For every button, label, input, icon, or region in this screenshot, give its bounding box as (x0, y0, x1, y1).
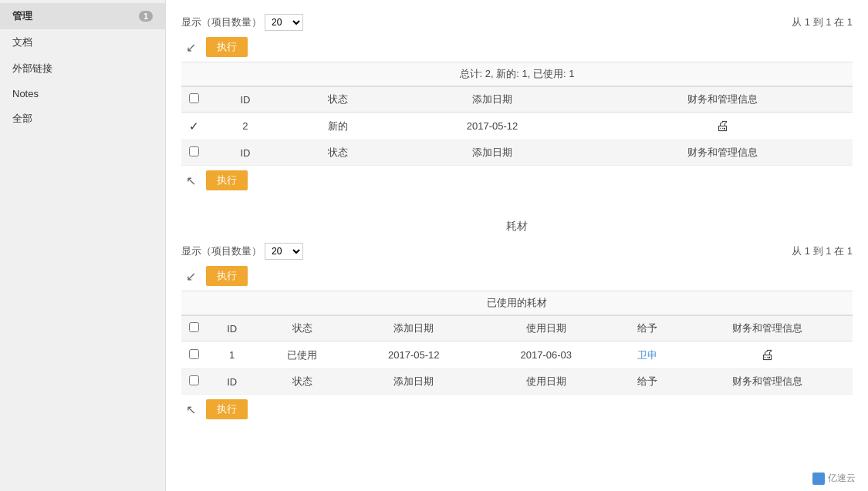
sidebar-item-waibulj[interactable]: 外部链接 (0, 55, 165, 82)
footer-finance: 财务和管理信息 (593, 140, 853, 166)
execute-button-bottom-s1[interactable]: 执行 (206, 170, 248, 190)
t2-row-id: 1 (207, 341, 257, 369)
display-label-s2: 显示（项目数量） (181, 244, 262, 258)
t2-col-checkbox (181, 316, 207, 341)
table-footer-row: ID 状态 添加日期 财务和管理信息 (181, 140, 853, 166)
t2-footer-finance: 财务和管理信息 (683, 369, 853, 395)
footer-checkbox-cell (181, 140, 207, 166)
t2-footer-given: 给予 (613, 369, 683, 395)
finance-icon-2[interactable]: 🖨 (761, 347, 775, 362)
t2-col-add-date: 添加日期 (347, 316, 480, 341)
row-finance[interactable]: 🖨 (593, 113, 853, 140)
table-2: ID 状态 添加日期 使用日期 给予 财务和管理信息 1 已使用 2017-05… (181, 315, 853, 395)
execute-button-top[interactable]: 执行 (206, 37, 248, 57)
sidebar-item-label: 外部链接 (12, 62, 52, 76)
t2-col-finance: 财务和管理信息 (683, 316, 853, 341)
display-select[interactable]: 20 50 100 (265, 14, 303, 31)
finance-icon[interactable]: 🖨 (716, 118, 730, 133)
table-header-row: ID 状态 添加日期 财务和管理信息 (181, 87, 853, 113)
section-1: 显示（项目数量） 20 50 100 从 1 到 1 在 1 ↙ 执行 总计: … (166, 0, 868, 203)
table-1: ID 状态 添加日期 财务和管理信息 ✓ 2 新的 2017-05-12 🖨 (181, 86, 853, 166)
table2-row: 1 已使用 2017-05-12 2017-06-03 卫申 🖨 (181, 341, 853, 369)
display-controls-s2: 显示（项目数量） 20 50 100 (181, 243, 303, 260)
footer-status: 状态 (284, 140, 391, 166)
t2-row-status: 已使用 (257, 341, 347, 369)
t2-footer-checkbox-cell (181, 369, 207, 395)
table-row: ✓ 2 新的 2017-05-12 🖨 (181, 113, 853, 140)
sidebar-item-guanli[interactable]: 管理 1 (0, 3, 165, 29)
footer-brand: 亿速云 (812, 472, 856, 485)
t2-row-checkbox-cell (181, 341, 207, 369)
t2-select-all[interactable] (189, 322, 199, 332)
arrow-up-icon-s2: ↖ (181, 402, 200, 417)
t2-row-finance[interactable]: 🖨 (683, 341, 853, 369)
t2-footer-checkbox[interactable] (189, 375, 199, 385)
t2-row-checkbox[interactable] (189, 349, 199, 359)
section-title-consumables: 耗材 (181, 210, 853, 237)
row-checkbox-cell: ✓ (181, 113, 207, 140)
col-finance: 财务和管理信息 (593, 87, 853, 113)
brand-name: 亿速云 (828, 472, 856, 485)
brand-logo-icon (812, 473, 825, 485)
page-info-top: 从 1 到 1 在 1 (792, 15, 853, 29)
main-content: 显示（项目数量） 20 50 100 从 1 到 1 在 1 ↙ 执行 总计: … (166, 0, 868, 491)
sidebar-item-label: 全部 (12, 112, 32, 126)
action-row-top: ↙ 执行 (181, 37, 853, 57)
sidebar: 管理 1 文档 外部链接 Notes 全部 (0, 0, 166, 491)
sidebar-item-notes[interactable]: Notes (0, 82, 165, 106)
display-select-s2[interactable]: 20 50 100 (265, 243, 303, 260)
sidebar-item-label: 文档 (12, 35, 32, 49)
display-controls: 显示（项目数量） 20 50 100 (181, 14, 303, 31)
sidebar-badge: 1 (139, 11, 153, 22)
row-add-date: 2017-05-12 (391, 113, 593, 140)
footer-checkbox[interactable] (189, 146, 199, 156)
execute-button-bottom-s2[interactable]: 执行 (206, 399, 248, 419)
action-row-bottom-s1: ↖ 执行 (181, 170, 853, 190)
t2-col-given: 给予 (613, 316, 683, 341)
row-status: 新的 (284, 113, 391, 140)
t2-footer-id: ID (207, 369, 257, 395)
display-label: 显示（项目数量） (181, 15, 262, 29)
arrow-down-icon: ↙ (181, 40, 200, 55)
sidebar-item-quanbu[interactable]: 全部 (0, 106, 165, 132)
arrow-up-icon: ↖ (181, 173, 200, 188)
sidebar-item-label: 管理 (12, 9, 32, 23)
execute-button-top-s2[interactable]: 执行 (206, 266, 248, 286)
sidebar-item-wendang[interactable]: 文档 (0, 29, 165, 55)
footer-add-date: 添加日期 (391, 140, 593, 166)
page-info-s2: 从 1 到 1 在 1 (792, 244, 853, 258)
col-status: 状态 (284, 87, 391, 113)
t2-col-status: 状态 (257, 316, 347, 341)
t2-col-id: ID (207, 316, 257, 341)
t2-row-add-date: 2017-05-12 (347, 341, 480, 369)
display-row-top: 显示（项目数量） 20 50 100 从 1 到 1 在 1 (181, 14, 853, 31)
sidebar-item-label: Notes (12, 88, 39, 99)
t2-footer-status: 状态 (257, 369, 347, 395)
arrow-down-icon-s2: ↙ (181, 269, 200, 284)
col-add-date: 添加日期 (391, 87, 593, 113)
col-checkbox (181, 87, 207, 113)
footer-id: ID (207, 140, 284, 166)
summary-bar: 总计: 2, 新的: 1, 已使用: 1 (181, 62, 853, 86)
col-id: ID (207, 87, 284, 113)
action-row-top-s2: ↙ 执行 (181, 266, 853, 286)
t2-row-given: 卫申 (613, 341, 683, 369)
display-row-s2: 显示（项目数量） 20 50 100 从 1 到 1 在 1 (181, 243, 853, 260)
subsection-title: 已使用的耗材 (181, 291, 853, 315)
row-id: 2 (207, 113, 284, 140)
given-link[interactable]: 卫申 (637, 349, 657, 361)
table2-header-row: ID 状态 添加日期 使用日期 给予 财务和管理信息 (181, 316, 853, 341)
table2-footer-row: ID 状态 添加日期 使用日期 给予 财务和管理信息 (181, 369, 853, 395)
select-all-checkbox[interactable] (189, 93, 199, 103)
checkmark-icon: ✓ (189, 119, 199, 133)
action-row-bottom-s2: ↖ 执行 (181, 399, 853, 419)
t2-footer-use-date: 使用日期 (480, 369, 613, 395)
t2-footer-add-date: 添加日期 (347, 369, 480, 395)
t2-col-use-date: 使用日期 (480, 316, 613, 341)
section-2: 耗材 显示（项目数量） 20 50 100 从 1 到 1 在 1 ↙ 执行 已… (166, 203, 868, 432)
t2-row-use-date: 2017-06-03 (480, 341, 613, 369)
